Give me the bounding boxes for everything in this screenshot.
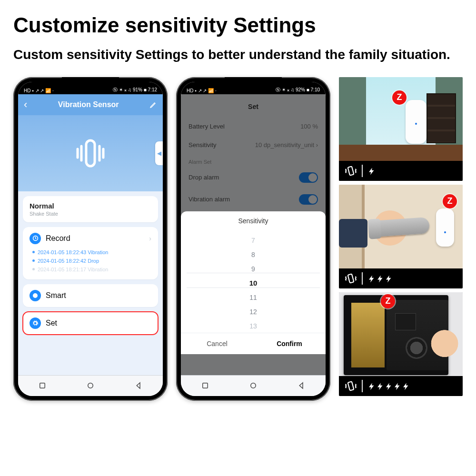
- status-left: HD ▪ ↗ ↗ 📶 ·: [187, 88, 217, 93]
- svg-rect-6: [348, 166, 354, 175]
- side-drawer-handle[interactable]: ◀: [155, 141, 163, 165]
- page-subhead: Custom sensitivity Settings to better un…: [13, 46, 463, 64]
- set-label: Set: [46, 319, 57, 327]
- app-header: ‹ Vibration Sensor: [18, 94, 163, 115]
- phone-frame-left: HD ▪ ↗ ↗ 📶 · Ⓝ ✶ ⁎ ♫ 91% ■ 7:12 ‹ Vibrat…: [13, 77, 168, 401]
- edit-icon[interactable]: [149, 101, 157, 109]
- zigbee-icon: Z: [392, 90, 407, 105]
- vibration-icon: [345, 272, 357, 285]
- sensitivity-picker-sheet: Sensitivity 7 8 9 10 11 12 13: [181, 211, 326, 354]
- vibration-sensor-icon: [69, 132, 112, 175]
- intensity-bolts: [367, 165, 376, 177]
- scenario-tile-safe: Z: [339, 292, 463, 396]
- set-card[interactable]: Set: [23, 312, 158, 335]
- intensity-bolts: [367, 380, 410, 392]
- sensitivity-picker[interactable]: 7 8 9 10 11 12 13: [181, 228, 326, 333]
- page-headline: Customize sensitivity Settings: [13, 13, 463, 37]
- svg-point-5: [251, 383, 256, 388]
- zigbee-icon: Z: [443, 194, 457, 208]
- record-item: 2024-01-05 18:21:17 Vibration: [32, 265, 151, 274]
- nav-back-icon[interactable]: [133, 380, 144, 391]
- phone-frame-right: HD ▪ ↗ ↗ 📶 · Ⓝ ✶ ⁎ ♫ 92% ■ 7:10 Set Batt…: [176, 77, 330, 401]
- back-icon[interactable]: ‹: [24, 99, 27, 111]
- record-item: 2024-01-05 18:22:42 Drop: [32, 257, 151, 265]
- android-nav-bar: [181, 375, 326, 396]
- picker-option[interactable]: 11: [249, 290, 257, 305]
- confirm-button[interactable]: Confirm: [253, 333, 326, 354]
- svg-rect-7: [348, 274, 354, 283]
- picker-option[interactable]: 8: [251, 248, 255, 262]
- scenario-tile-window: Z: [339, 77, 463, 181]
- record-card[interactable]: Record › 2024-01-05 18:22:43 Vibration 2…: [23, 227, 158, 279]
- record-label: Record: [46, 234, 70, 243]
- intensity-bolts: [367, 272, 393, 285]
- state-sub: Shake State: [30, 211, 151, 217]
- status-right: Ⓝ ✶ ⁎ ♫ 91% ■ 7:12: [113, 87, 157, 93]
- scenario-tile-door: Z: [339, 185, 463, 288]
- svg-point-3: [88, 383, 93, 388]
- status-left: HD ▪ ↗ ↗ 📶 ·: [24, 88, 54, 93]
- gear-icon: [30, 317, 41, 329]
- state-card: Normal Shake State: [23, 196, 158, 222]
- smart-label: Smart: [46, 291, 66, 300]
- status-right: Ⓝ ✶ ⁎ ♫ 92% ■ 7:10: [276, 87, 320, 93]
- chevron-right-icon: ›: [149, 235, 151, 242]
- nav-home-icon[interactable]: [248, 380, 258, 391]
- smart-card[interactable]: Smart: [23, 284, 158, 307]
- svg-rect-0: [86, 140, 95, 166]
- picker-option[interactable]: 7: [251, 233, 255, 248]
- picker-option[interactable]: 13: [249, 319, 257, 333]
- nav-home-icon[interactable]: [85, 380, 96, 391]
- android-nav-bar: [18, 375, 163, 396]
- state-title: Normal: [30, 202, 151, 210]
- svg-rect-4: [202, 383, 208, 388]
- smart-icon: [30, 290, 41, 301]
- cancel-button[interactable]: Cancel: [181, 333, 253, 354]
- sheet-title: Sensitivity: [181, 211, 326, 228]
- hero-panel: ◀: [18, 115, 163, 191]
- zigbee-icon: Z: [381, 294, 395, 308]
- picker-option[interactable]: 12: [249, 305, 257, 319]
- clock-icon: [30, 233, 41, 244]
- header-title: Vibration Sensor: [58, 100, 119, 109]
- nav-recent-icon[interactable]: [37, 380, 48, 391]
- svg-rect-8: [348, 381, 354, 390]
- vibration-icon: [345, 165, 357, 177]
- nav-back-icon[interactable]: [296, 380, 307, 391]
- record-item: 2024-01-05 18:22:43 Vibration: [32, 248, 151, 257]
- svg-rect-2: [40, 383, 45, 388]
- nav-recent-icon[interactable]: [200, 380, 210, 391]
- vibration-icon: [345, 380, 357, 392]
